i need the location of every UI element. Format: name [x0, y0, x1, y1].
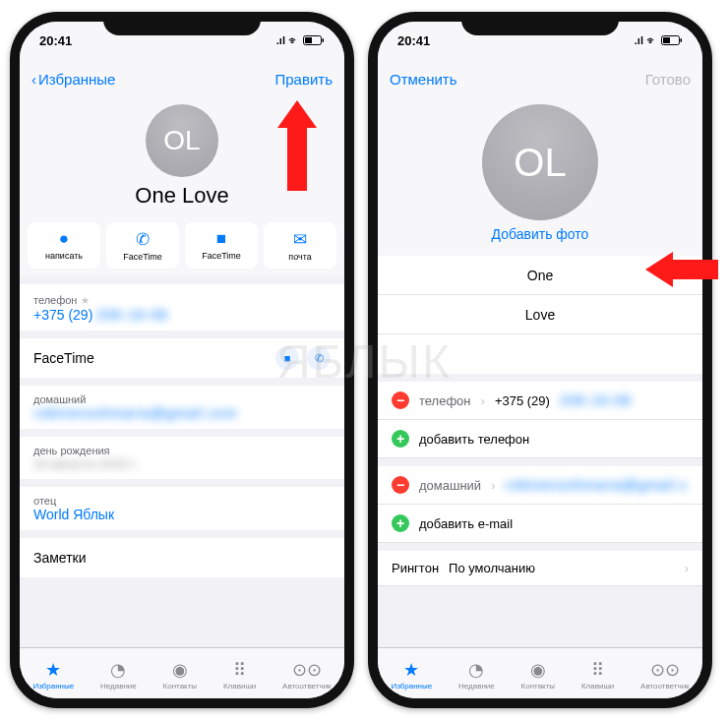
tabbar: ★Избранные ◔Недавние ◉Контакты ⠿Клавиши …: [378, 647, 702, 698]
facetime-row[interactable]: FaceTime ■ ✆: [20, 338, 344, 378]
tab-contacts[interactable]: ◉Контакты: [521, 659, 556, 691]
tab-contacts[interactable]: ◉Контакты: [163, 659, 198, 691]
phone-label: телефон: [33, 294, 77, 306]
email-edit-row[interactable]: − домашний › robinensohmaria@gmail.c: [378, 466, 702, 505]
chevron-right-icon: ›: [491, 478, 495, 493]
contacts-icon: ◉: [172, 659, 188, 681]
avatar: OL: [146, 104, 218, 177]
notch: [461, 12, 619, 35]
voicemail-icon: ⊙⊙: [650, 659, 680, 681]
phone-frame-right: 20:41 .ıl ᯤ Отменить Готово OL Добавить …: [368, 12, 712, 708]
navbar: Отменить Готово: [378, 59, 702, 98]
tab-favorites[interactable]: ★Избранные: [32, 659, 74, 691]
email-label: домашний: [33, 393, 331, 405]
phone-edit-row[interactable]: − телефон › +375 (29) 206-16-08: [378, 382, 702, 420]
remove-icon[interactable]: −: [392, 391, 409, 409]
action-row: ●написать ✆FaceTime ■FaceTime ✉почта: [20, 218, 344, 276]
clock-icon: ◔: [110, 659, 126, 681]
phone-icon: ✆: [106, 229, 179, 250]
chevron-right-icon: ›: [685, 561, 689, 575]
annotation-arrow: [645, 244, 720, 295]
tab-favorites[interactable]: ★Избранные: [391, 659, 432, 691]
notch: [103, 12, 261, 35]
action-facetime[interactable]: ■FaceTime: [185, 222, 258, 269]
back-button[interactable]: ‹Избранные: [31, 71, 115, 88]
birthday-label: день рождения: [33, 445, 331, 456]
edit-button[interactable]: Править: [275, 71, 334, 88]
keypad-icon: ⠿: [233, 659, 246, 681]
keypad-icon: ⠿: [591, 659, 604, 681]
add-icon[interactable]: +: [392, 430, 409, 448]
chevron-right-icon: ›: [481, 393, 485, 408]
email-row[interactable]: домашний robinensohmaria@gmail.com: [20, 386, 344, 429]
add-photo-link[interactable]: Добавить фото: [378, 226, 702, 242]
father-value: World Яблык: [33, 507, 331, 522]
add-icon[interactable]: +: [392, 514, 409, 532]
svg-rect-1: [305, 37, 312, 43]
status-indicators: .ıl ᯤ: [635, 34, 683, 46]
star-icon: ★: [403, 659, 419, 681]
add-email-row[interactable]: + добавить e-mail: [378, 505, 702, 543]
facetime-video-icon[interactable]: ■: [275, 346, 299, 370]
father-row[interactable]: отец World Яблык: [20, 487, 344, 530]
status-indicators: .ıl ᯤ: [276, 34, 325, 46]
star-icon: ★: [81, 295, 90, 306]
action-message[interactable]: ●написать: [28, 222, 100, 269]
facetime-audio-icon[interactable]: ✆: [307, 346, 331, 370]
chevron-left-icon: ‹: [31, 71, 36, 88]
contact-hero: OL Добавить фото: [378, 98, 702, 256]
phone-row[interactable]: телефон ★ +375 (29) 206-16-08: [20, 284, 344, 330]
remove-icon[interactable]: −: [392, 476, 409, 494]
mail-icon: ✉: [264, 229, 336, 250]
message-icon: ●: [28, 229, 100, 249]
video-icon: ■: [185, 229, 258, 249]
tab-voicemail[interactable]: ⊙⊙Автоответчик: [640, 659, 690, 691]
phone-frame-left: 20:41 .ıl ᯤ ‹Избранные Править OL One Lo…: [10, 12, 354, 708]
status-time: 20:41: [397, 33, 430, 48]
svg-rect-2: [323, 38, 325, 42]
notes-label: Заметки: [33, 550, 331, 566]
done-button[interactable]: Готово: [645, 71, 691, 88]
phone-value: +375 (29): [33, 307, 92, 323]
company-field[interactable]: [378, 334, 702, 374]
notes-row[interactable]: Заметки: [20, 538, 344, 577]
ringtone-row[interactable]: Рингтон По умолчанию ›: [378, 551, 702, 586]
tab-voicemail[interactable]: ⊙⊙Автоответчик: [282, 659, 332, 691]
action-mail[interactable]: ✉почта: [264, 222, 336, 269]
svg-rect-5: [681, 38, 683, 42]
tab-recents[interactable]: ◔Недавние: [458, 659, 495, 691]
cancel-button[interactable]: Отменить: [390, 71, 457, 88]
father-label: отец: [33, 495, 331, 507]
add-phone-row[interactable]: + добавить телефон: [378, 420, 702, 458]
star-icon: ★: [45, 659, 61, 681]
svg-rect-4: [663, 37, 670, 43]
avatar[interactable]: OL: [482, 104, 598, 220]
birthday-row[interactable]: день рождения 18 августа 2010 г.: [20, 437, 344, 479]
navbar: ‹Избранные Править: [20, 59, 344, 98]
action-call[interactable]: ✆FaceTime: [106, 222, 179, 269]
annotation-arrow: [268, 100, 327, 194]
voicemail-icon: ⊙⊙: [292, 659, 322, 681]
clock-icon: ◔: [468, 659, 484, 681]
status-time: 20:41: [39, 33, 72, 48]
tab-keypad[interactable]: ⠿Клавиши: [223, 659, 256, 691]
tab-recents[interactable]: ◔Недавние: [100, 659, 137, 691]
last-name-field[interactable]: Love: [378, 295, 702, 334]
tabbar: ★Избранные ◔Недавние ◉Контакты ⠿Клавиши …: [20, 647, 344, 698]
tab-keypad[interactable]: ⠿Клавиши: [581, 659, 614, 691]
contacts-icon: ◉: [530, 659, 546, 681]
